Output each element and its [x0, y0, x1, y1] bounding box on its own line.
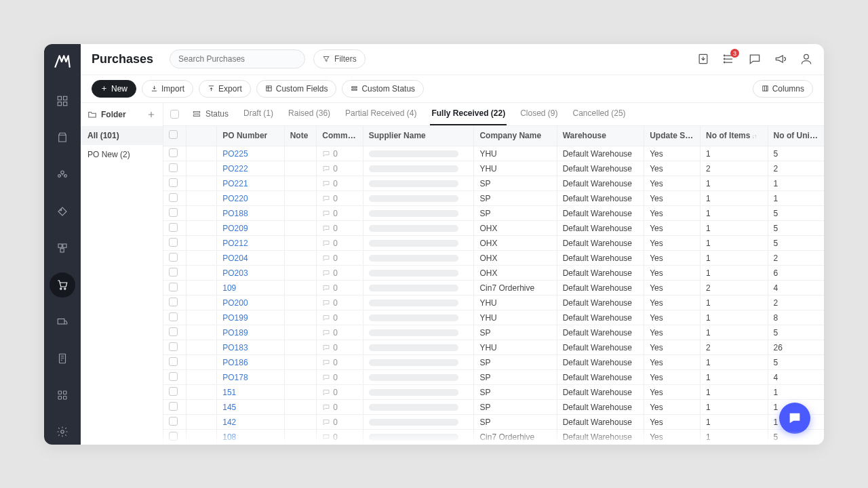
po-number-link[interactable]: PO186 — [217, 355, 284, 370]
comment-count[interactable]: 0 — [322, 149, 357, 159]
nav-settings[interactable] — [50, 420, 75, 444]
nav-inventory[interactable] — [50, 236, 75, 260]
column-header[interactable] — [186, 126, 217, 146]
row-checkbox[interactable] — [169, 417, 178, 426]
comment-count[interactable]: 0 — [322, 209, 357, 218]
column-header[interactable]: PO Number — [217, 126, 284, 146]
nav-products[interactable] — [50, 199, 75, 224]
announce-icon[interactable] — [774, 52, 787, 66]
po-number-link[interactable]: PO212 — [217, 236, 284, 251]
po-number-link[interactable]: PO200 — [217, 296, 284, 310]
comment-count[interactable]: 0 — [322, 388, 357, 397]
tab[interactable]: Cancelled (25) — [572, 103, 627, 125]
po-number-link[interactable]: 151 — [217, 385, 284, 400]
comment-count[interactable]: 0 — [322, 194, 357, 203]
comment-count[interactable]: 0 — [322, 224, 357, 233]
tab[interactable]: Partial Received (4) — [344, 103, 418, 125]
import-button[interactable]: Import — [142, 80, 193, 98]
comment-count[interactable]: 0 — [322, 179, 357, 188]
po-number-link[interactable]: PO222 — [217, 161, 284, 176]
column-header[interactable]: Company Name — [474, 126, 557, 146]
comment-count[interactable]: 0 — [322, 373, 357, 382]
nav-orders[interactable] — [50, 125, 75, 150]
profile-icon[interactable] — [800, 52, 813, 66]
column-header[interactable]: Note — [284, 126, 317, 146]
row-checkbox[interactable] — [169, 357, 178, 366]
tasks-icon[interactable]: 3 — [722, 52, 736, 66]
nav-dashboard[interactable] — [50, 89, 75, 113]
comment-count[interactable]: 0 — [322, 239, 357, 248]
filters-button[interactable]: Filters — [313, 49, 366, 68]
row-checkbox[interactable] — [169, 178, 178, 187]
comment-count[interactable]: 0 — [322, 432, 357, 442]
row-checkbox[interactable] — [169, 283, 178, 291]
nav-reports[interactable] — [50, 346, 75, 371]
select-all-tabs-checkbox[interactable] — [170, 110, 179, 119]
row-checkbox[interactable] — [169, 223, 178, 232]
row-checkbox[interactable] — [169, 402, 178, 411]
comment-count[interactable]: 0 — [322, 418, 357, 427]
column-header[interactable]: Supplier Name — [363, 126, 474, 146]
tab[interactable]: Raised (36) — [287, 103, 332, 125]
comment-count[interactable]: 0 — [322, 298, 357, 308]
comment-count[interactable]: 0 — [322, 343, 357, 352]
column-header[interactable]: No of Items↓↑ — [701, 126, 768, 146]
po-number-link[interactable]: 108 — [217, 430, 284, 445]
export-icon[interactable] — [696, 52, 710, 66]
search-input[interactable] — [170, 49, 305, 68]
folder-item[interactable]: PO New (2) — [81, 145, 163, 164]
row-checkbox[interactable] — [169, 193, 178, 202]
tab[interactable]: Draft (1) — [242, 103, 275, 125]
po-number-link[interactable]: PO221 — [217, 176, 284, 191]
comment-count[interactable]: 0 — [322, 328, 357, 338]
po-number-link[interactable]: PO188 — [217, 206, 284, 221]
po-number-link[interactable]: PO189 — [217, 325, 284, 340]
comment-count[interactable]: 0 — [322, 403, 357, 412]
row-checkbox[interactable] — [169, 387, 178, 396]
row-checkbox[interactable] — [169, 208, 178, 217]
row-checkbox[interactable] — [169, 268, 178, 277]
row-checkbox[interactable] — [169, 163, 178, 172]
row-checkbox[interactable] — [169, 327, 178, 336]
po-number-link[interactable]: PO199 — [217, 310, 284, 325]
select-all-checkbox[interactable] — [169, 130, 178, 139]
nav-apps[interactable] — [50, 383, 75, 407]
column-header[interactable]: Update St... — [644, 126, 701, 146]
nav-transfers[interactable] — [50, 310, 75, 334]
po-number-link[interactable]: PO220 — [217, 191, 284, 206]
po-number-link[interactable]: 145 — [217, 400, 284, 415]
po-number-link[interactable]: 109 — [217, 281, 284, 296]
row-checkbox[interactable] — [169, 312, 178, 321]
po-number-link[interactable]: PO178 — [217, 370, 284, 385]
tab[interactable]: Closed (9) — [519, 103, 559, 125]
new-button[interactable]: New — [92, 80, 136, 98]
column-header[interactable]: Warehouse — [557, 126, 644, 146]
column-header[interactable]: Comme... — [317, 126, 363, 146]
po-number-link[interactable]: PO183 — [217, 340, 284, 355]
folder-item[interactable]: All (101) — [81, 126, 163, 145]
row-checkbox[interactable] — [169, 148, 178, 157]
po-number-link[interactable]: PO209 — [217, 221, 284, 236]
chat-fab[interactable] — [779, 403, 810, 434]
po-number-link[interactable]: PO225 — [217, 146, 284, 161]
comment-count[interactable]: 0 — [322, 253, 357, 263]
add-folder-icon[interactable] — [146, 110, 156, 119]
columns-button[interactable]: Columns — [753, 80, 813, 98]
custom-fields-button[interactable]: Custom Fields — [256, 80, 337, 98]
chat-icon[interactable] — [748, 52, 762, 66]
column-header[interactable]: No of Units↓↑ — [768, 126, 824, 146]
row-checkbox[interactable] — [169, 342, 178, 351]
comment-count[interactable]: 0 — [322, 268, 357, 278]
row-checkbox[interactable] — [169, 238, 178, 247]
po-number-link[interactable]: 142 — [217, 415, 284, 430]
table-wrap[interactable]: PO NumberNoteComme...Supplier NameCompan… — [163, 126, 824, 445]
row-checkbox[interactable] — [169, 372, 178, 381]
nav-contacts[interactable] — [50, 163, 75, 187]
nav-purchases[interactable] — [50, 272, 75, 297]
comment-count[interactable]: 0 — [322, 283, 357, 293]
po-number-link[interactable]: PO203 — [217, 266, 284, 281]
comment-count[interactable]: 0 — [322, 164, 357, 174]
comment-count[interactable]: 0 — [322, 313, 357, 323]
column-header[interactable] — [163, 126, 186, 146]
row-checkbox[interactable] — [169, 253, 178, 262]
